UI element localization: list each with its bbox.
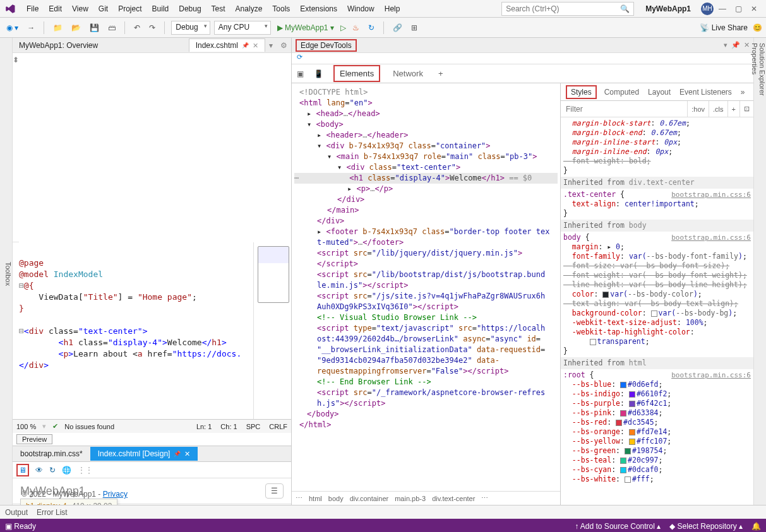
- nav-fwd-icon[interactable]: →: [25, 22, 37, 33]
- privacy-link[interactable]: Privacy: [103, 490, 128, 499]
- toolbox-rail[interactable]: Toolbox: [0, 38, 13, 505]
- menu-extensions[interactable]: Extensions: [295, 2, 342, 16]
- indent-mode[interactable]: SPC: [246, 423, 261, 430]
- project-name[interactable]: MyWebApp1: [639, 3, 697, 15]
- notifications-icon[interactable]: 🔔: [751, 522, 761, 531]
- stab-more-icon[interactable]: »: [739, 85, 746, 100]
- ruler-icon[interactable]: ⋮⋮: [78, 466, 93, 475]
- zoom-level[interactable]: 100 %: [16, 423, 36, 430]
- new-rule-icon[interactable]: +: [727, 101, 739, 117]
- styles-rules[interactable]: margin-block-start: 0.67em; margin-block…: [561, 117, 753, 505]
- tab-error-list[interactable]: Error List: [37, 508, 68, 517]
- crumb-body[interactable]: body: [328, 495, 344, 502]
- layout-icon[interactable]: ⊞: [409, 22, 420, 33]
- stab-events[interactable]: Event Listeners: [678, 85, 733, 100]
- browser-link-icon[interactable]: 🔗: [390, 22, 405, 33]
- minimap[interactable]: [253, 242, 291, 419]
- hov-button[interactable]: :hov: [687, 101, 709, 117]
- tab-overflow-icon[interactable]: ▾: [265, 41, 277, 50]
- live-share-button[interactable]: 📡 Live Share: [700, 23, 748, 32]
- pin-icon[interactable]: 📌: [242, 42, 249, 49]
- menu-analyze[interactable]: Analyze: [230, 2, 268, 16]
- user-avatar[interactable]: MH: [701, 3, 714, 15]
- crumb-div[interactable]: div.container: [350, 495, 389, 502]
- autohide-icon[interactable]: ▾: [724, 41, 727, 49]
- select-repository[interactable]: ◆ Select Repository ▴: [669, 522, 743, 531]
- devtab-elements[interactable]: Elements: [333, 65, 380, 82]
- solution-explorer-rail[interactable]: Solution Explorer: [758, 43, 766, 497]
- menu-file[interactable]: File: [21, 2, 44, 16]
- inspect-icon[interactable]: ▣: [297, 69, 304, 78]
- menu-edit[interactable]: Edit: [44, 2, 67, 16]
- menu-view[interactable]: View: [67, 2, 93, 16]
- maximize-button[interactable]: ▢: [735, 4, 742, 13]
- close-button[interactable]: ✕: [751, 4, 757, 13]
- tab-settings-icon[interactable]: ⚙: [277, 41, 291, 50]
- pin-icon[interactable]: 📌: [174, 451, 181, 457]
- menu-tools[interactable]: Tools: [267, 2, 295, 16]
- dom-breadcrumbs[interactable]: ⋯ html body div.container main.pb-3 div.…: [292, 491, 560, 505]
- platform-combo[interactable]: Any CPU: [214, 21, 271, 35]
- inspect-element-icon[interactable]: 🖥: [16, 464, 29, 476]
- new-project-icon[interactable]: 📁: [51, 22, 65, 33]
- search-box[interactable]: 🔍: [501, 2, 634, 16]
- feedback-icon[interactable]: 😊: [753, 23, 762, 32]
- ch-col[interactable]: Ch: 1: [220, 423, 237, 430]
- devtools-nav-icon[interactable]: ⟳: [292, 53, 753, 64]
- ln-col[interactable]: Ln: 1: [196, 423, 212, 430]
- save-all-icon[interactable]: 🗃: [105, 22, 118, 33]
- crumb-html[interactable]: html: [309, 495, 322, 502]
- config-combo[interactable]: Debug: [171, 21, 210, 35]
- properties-rail[interactable]: Properties: [751, 43, 758, 497]
- browser-icon[interactable]: 🌐: [62, 466, 71, 475]
- menu-build[interactable]: Build: [147, 2, 174, 16]
- menu-project[interactable]: Project: [113, 2, 147, 16]
- add-source-control[interactable]: ↑ Add to Source Control ▴: [575, 522, 661, 531]
- menu-test[interactable]: Test: [206, 2, 230, 16]
- preview-pane[interactable]: MyWebApp1 ☰ h1.display-4419 × 39.03 Welc…: [13, 478, 291, 505]
- cls-button[interactable]: .cls: [709, 101, 727, 117]
- open-icon[interactable]: 📂: [69, 22, 83, 33]
- search-input[interactable]: [506, 4, 620, 13]
- close-tab-icon[interactable]: ✕: [253, 42, 258, 50]
- close-panel-icon[interactable]: ✕: [744, 41, 750, 49]
- devtab-add[interactable]: +: [436, 65, 446, 82]
- undo-icon[interactable]: ↶: [131, 22, 143, 33]
- devtab-network[interactable]: Network: [390, 65, 426, 82]
- tab-index-design[interactable]: Index.cshtml [Design] 📌 ✕: [90, 447, 198, 461]
- refresh-preview-icon[interactable]: ↻: [49, 466, 56, 475]
- start-nodebug-button[interactable]: ▷: [340, 23, 346, 32]
- tab-overview[interactable]: MyWebApp1: Overview: [13, 39, 104, 52]
- hamburger-icon[interactable]: ☰: [265, 483, 284, 499]
- pin-panel-icon[interactable]: 📌: [731, 41, 740, 49]
- crumb-main[interactable]: main.pb-3: [395, 495, 426, 502]
- save-icon[interactable]: 💾: [87, 22, 102, 33]
- redo-icon[interactable]: ↷: [147, 22, 158, 33]
- hot-reload-icon[interactable]: ♨: [350, 22, 362, 33]
- stab-styles[interactable]: Styles: [566, 85, 597, 99]
- crumb-textcenter[interactable]: div.text-center: [432, 495, 475, 502]
- tab-index-cshtml[interactable]: Index.cshtml 📌 ✕: [189, 38, 265, 52]
- tab-bootstrap-css[interactable]: bootstrap.min.css*: [13, 447, 90, 461]
- menu-help[interactable]: Help: [380, 2, 405, 16]
- nav-back-icon[interactable]: ◉ ▾: [4, 22, 21, 33]
- refresh-icon[interactable]: ↻: [366, 22, 377, 33]
- close-tab-icon[interactable]: ✕: [184, 450, 190, 458]
- stab-computed[interactable]: Computed: [603, 85, 640, 100]
- start-debug-button[interactable]: ▶ MyWebApp1 ▾: [277, 23, 334, 32]
- preview-button[interactable]: Preview: [16, 434, 52, 444]
- menu-debug[interactable]: Debug: [174, 2, 206, 16]
- split-handle-icon[interactable]: ⬍: [13, 53, 19, 242]
- code-content[interactable]: @page @model IndexModel ⊟@{ ViewData["Ti…: [13, 242, 253, 419]
- minimize-button[interactable]: —: [719, 4, 726, 13]
- color-picker-icon[interactable]: 👁: [35, 466, 43, 475]
- line-ending[interactable]: CRLF: [269, 423, 287, 430]
- code-editor[interactable]: ⬍: [13, 53, 291, 242]
- menu-git[interactable]: Git: [93, 2, 113, 16]
- device-icon[interactable]: 📱: [314, 69, 323, 78]
- styles-filter-input[interactable]: [561, 105, 687, 114]
- search-icon[interactable]: 🔍: [620, 4, 630, 13]
- tab-output[interactable]: Output: [5, 508, 28, 517]
- menu-window[interactable]: Window: [342, 2, 380, 16]
- dom-tree[interactable]: <!DOCTYPE html> <html lang="en"> ▸ <head…: [292, 83, 560, 491]
